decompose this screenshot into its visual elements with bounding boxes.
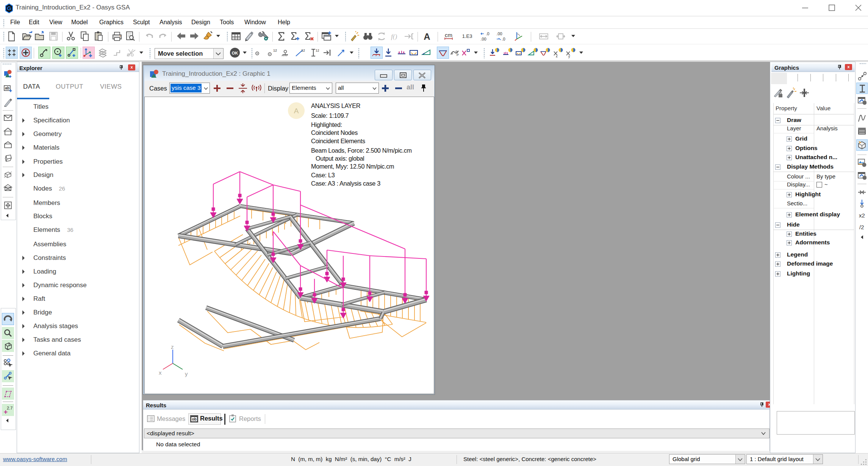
svg-text:Output axis: global: Output axis: global [316, 155, 364, 162]
svg-text:Case: A3 : Analysis case 3: Case: A3 : Analysis case 3 [311, 180, 380, 187]
svg-text:z: z [171, 344, 174, 350]
svg-text:Coincident Elements: Coincident Elements [311, 138, 365, 144]
svg-text:A: A [294, 107, 299, 115]
svg-text:cm: cm [445, 32, 452, 38]
svg-text:2.7: 2.7 [7, 406, 13, 410]
svg-text:Beam Loads, Force: 2.500 N/m/p: Beam Loads, Force: 2.500 N/m/pic.cm [311, 147, 412, 154]
svg-text:A: A [424, 31, 430, 42]
svg-text:123: 123 [273, 48, 277, 52]
svg-text:ob: ob [192, 417, 196, 421]
svg-text:G: G [7, 5, 11, 11]
svg-text:y: y [568, 55, 570, 58]
svg-text:Case: L3: Case: L3 [311, 172, 335, 178]
svg-text:.00: .00 [480, 37, 486, 41]
svg-text:x: x [159, 369, 162, 376]
svg-text:.00: .00 [496, 31, 502, 36]
svg-text:P: P [457, 53, 459, 57]
svg-text:Moment, Myy: 12.50 Nm/pic.cm: Moment, Myy: 12.50 Nm/pic.cm [311, 163, 394, 170]
svg-text:Highlighted:: Highlighted: [311, 121, 342, 128]
svg-text:f(): f() [391, 33, 397, 40]
svg-text:Scale: 1:109.7: Scale: 1:109.7 [311, 112, 349, 119]
svg-text:OK: OK [232, 51, 238, 55]
svg-text:.0: .0 [486, 31, 489, 36]
svg-text:.0: .0 [502, 37, 505, 41]
svg-text:ab: ab [5, 86, 9, 90]
svg-text:123: 123 [316, 48, 319, 52]
svg-text:1.E3: 1.E3 [462, 33, 472, 39]
svg-text:x: x [556, 55, 558, 58]
svg-text:Coincident Nodes: Coincident Nodes [311, 129, 358, 136]
svg-text:123: 123 [301, 48, 305, 52]
svg-text:y: y [185, 371, 188, 377]
svg-text:ANALYSIS LAYER: ANALYSIS LAYER [311, 102, 360, 109]
